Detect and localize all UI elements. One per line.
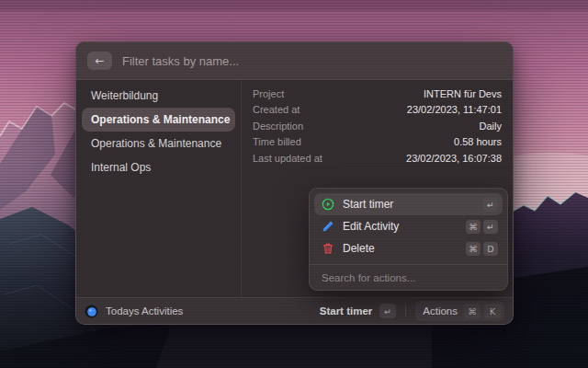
key-cmd: ⌘ (464, 304, 481, 318)
key-return: ↵ (483, 220, 498, 234)
search-input[interactable]: Filter tasks by name... (122, 54, 239, 68)
detail-label: Description (253, 121, 303, 132)
search-header: ← Filter tasks by name... (76, 42, 513, 80)
detail-value: INTERN für Devs (424, 88, 502, 99)
detail-label: Project (253, 88, 284, 99)
menu-item-delete[interactable]: Delete ⌘ D (314, 237, 503, 259)
pencil-icon (322, 220, 334, 233)
key-k: K (484, 304, 501, 318)
window-content: Weiterbildung Operations & Maintenance O… (76, 80, 513, 297)
shortcut-keys: ↵ (483, 198, 498, 212)
key-d: D (483, 242, 498, 256)
menu-item-label: Start timer (343, 198, 475, 211)
detail-label: Created at (253, 104, 300, 115)
primary-action-button[interactable]: Start timer (320, 305, 373, 316)
detail-value: 23/02/2023, 11:47:01 (407, 104, 502, 115)
detail-row: Last updated at 23/02/2023, 16:07:38 (253, 150, 502, 167)
actions-button-label: Actions (423, 305, 458, 316)
key-return: ↵ (483, 198, 498, 212)
detail-value: 0.58 hours (454, 136, 502, 147)
menu-item-label: Edit Activity (343, 220, 458, 233)
trash-icon (322, 242, 334, 255)
back-button[interactable]: ← (87, 52, 112, 70)
actions-button[interactable]: Actions ⌘ K (415, 301, 504, 321)
menu-item-edit-activity[interactable]: Edit Activity ⌘ ↵ (314, 215, 503, 237)
play-circle-icon (322, 198, 334, 211)
task-list: Weiterbildung Operations & Maintenance O… (76, 80, 242, 297)
detail-row: Project INTERN für Devs (253, 86, 502, 102)
action-menu: Start timer ↵ Edit Activity ⌘ ↵ (309, 188, 508, 291)
menu-item-label: Delete (343, 242, 458, 255)
task-list-item-selected[interactable]: Operations & Maintenance (82, 108, 235, 132)
task-list-item[interactable]: Operations & Maintenance (82, 132, 235, 155)
detail-label: Last updated at (253, 153, 322, 164)
action-search-input[interactable]: Search for actions... (310, 264, 507, 290)
key-cmd: ⌘ (466, 242, 481, 256)
command-title: Todays Activities (106, 305, 312, 316)
footer-divider (405, 305, 406, 316)
raycast-window: ← Filter tasks by name... Weiterbildung … (75, 41, 514, 325)
shortcut-keys: ⌘ D (466, 242, 498, 256)
task-list-item[interactable]: Internal Ops (82, 155, 235, 179)
detail-row: Description Daily (253, 118, 502, 134)
shortcut-keys: ⌘ ↵ (466, 220, 498, 234)
back-arrow-icon: ← (95, 55, 104, 66)
detail-value: Daily (480, 121, 502, 132)
detail-value: 23/02/2023, 16:07:38 (406, 153, 502, 164)
status-bar: Todays Activities Start timer ↵ Actions … (76, 297, 513, 324)
detail-label: Time billed (253, 136, 301, 147)
task-list-item[interactable]: Weiterbildung (82, 84, 235, 108)
key-cmd: ⌘ (466, 220, 481, 234)
key-return: ↵ (379, 304, 396, 318)
detail-row: Created at 23/02/2023, 11:47:01 (253, 102, 502, 119)
detail-row: Time billed 0.58 hours (253, 134, 502, 151)
menu-item-start-timer[interactable]: Start timer ↵ (314, 193, 503, 215)
todays-activities-icon (85, 305, 98, 318)
